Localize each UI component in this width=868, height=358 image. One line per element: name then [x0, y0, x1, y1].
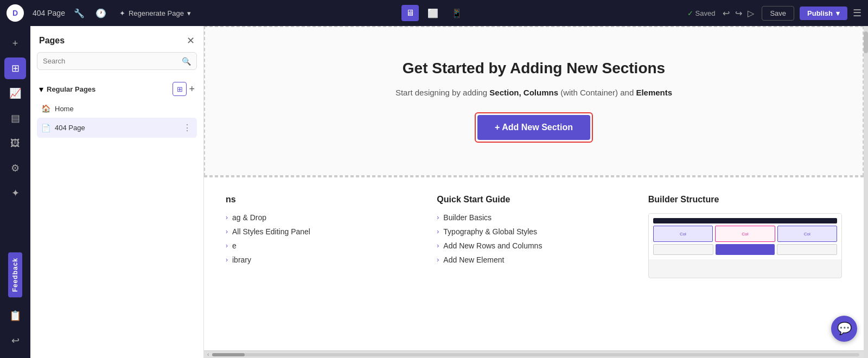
topbar-right: ✓ Saved ↩ ↪ ▷ Save Publish ▾ ☰	[687, 6, 861, 21]
notes-icon[interactable]: 📋	[4, 305, 26, 327]
check-icon: ✓	[687, 9, 693, 17]
qs-col-1: ns › ag & Drop › All Styles Editing Pane…	[226, 195, 419, 278]
list-item[interactable]: › Add New Element	[437, 255, 630, 264]
tablet-btn[interactable]: ⬜	[423, 5, 443, 22]
logo: D	[7, 4, 24, 22]
bottom-scrollbar: ‹	[204, 350, 864, 358]
save-button[interactable]: Save	[762, 6, 794, 21]
chevron-icon: ›	[437, 242, 439, 250]
ai-icon[interactable]: ✦	[4, 182, 26, 204]
regen-chevron-icon: ▾	[187, 9, 191, 17]
list-item[interactable]: › e	[226, 241, 419, 250]
analytics-icon[interactable]: 📈	[4, 82, 26, 104]
qs-item-label: Typography & Global Styles	[443, 227, 537, 236]
list-item[interactable]: › All Styles Editing Panel	[226, 227, 419, 236]
canvas-area: Get Started by Adding New Sections Start…	[204, 26, 864, 358]
add-new-section-button[interactable]: + Add New Section	[477, 115, 590, 140]
chevron-icon: ›	[437, 256, 439, 264]
page-name: 404 Page	[33, 9, 65, 17]
pages-section-header: ▾ Regular Pages ⊞ +	[37, 79, 197, 99]
list-item[interactable]: › Typography & Global Styles	[437, 227, 630, 236]
section-label: Regular Pages	[47, 85, 95, 93]
right-scrollbar	[864, 26, 868, 358]
pages-header: Pages ✕	[30, 26, 203, 52]
qs-item-label: All Styles Editing Panel	[232, 227, 310, 236]
feedback-tab[interactable]: Feedback	[8, 252, 22, 297]
media-icon[interactable]: 🖼	[4, 132, 26, 154]
chevron-icon: ›	[437, 228, 439, 235]
page-move-icon[interactable]: ⊞	[173, 82, 187, 96]
wrench-icon[interactable]: 🔧	[72, 6, 87, 21]
add-section-area: Get Started by Adding New Sections Start…	[204, 26, 864, 176]
more-icon[interactable]: ⋮	[182, 122, 193, 134]
qs-item-label: ag & Drop	[232, 213, 266, 222]
redo-btn[interactable]: ↪	[733, 6, 744, 21]
chevron-icon: ›	[226, 242, 228, 250]
list-item[interactable]: › ag & Drop	[226, 213, 419, 222]
bottom-scroll-track	[212, 353, 859, 356]
pages-section: ▾ Regular Pages ⊞ + 🏠 Home 📄 404 Page ⋮	[30, 76, 203, 141]
search-icon[interactable]: 🔍	[176, 54, 196, 69]
quickstart-section: ns › ag & Drop › All Styles Editing Pane…	[204, 176, 864, 296]
qs-col-2: Quick Start Guide › Builder Basics › Typ…	[437, 195, 630, 278]
pages-icon[interactable]: ⊞	[4, 57, 26, 79]
mobile-btn[interactable]: 📱	[447, 5, 467, 22]
undo-btn[interactable]: ↩	[720, 6, 732, 21]
topbar: D 404 Page 🔧 🕐 ✦ Regenerate Page ▾ 🖥 ⬜ 📱…	[0, 0, 868, 26]
qs-item-label: Builder Basics	[443, 213, 492, 222]
chevron-icon: ›	[226, 214, 228, 221]
builder-preview: Col Col Col	[648, 213, 842, 278]
list-item[interactable]: › Add New Rows and Columns	[437, 241, 630, 250]
qs-item-label: ibrary	[232, 255, 251, 264]
menu-icon[interactable]: ☰	[853, 7, 861, 19]
logo-text: D	[12, 9, 18, 17]
close-icon[interactable]: ✕	[187, 35, 195, 47]
saved-status: ✓ Saved	[687, 9, 716, 17]
bottom-scroll-thumb	[212, 353, 245, 356]
page-name-home: Home	[55, 105, 193, 113]
add-section-heading: Get Started by Adding New Sections	[216, 60, 852, 77]
page-icon: 📄	[41, 124, 50, 132]
page-add-icon[interactable]: +	[189, 82, 195, 96]
qs-col1-title: ns	[226, 195, 419, 204]
rotate-icon[interactable]: ↩	[4, 330, 26, 351]
desktop-btn[interactable]: 🖥	[401, 5, 419, 21]
list-item[interactable]: › ibrary	[226, 255, 419, 264]
canvas-scroll[interactable]: Get Started by Adding New Sections Start…	[204, 26, 864, 350]
settings-icon[interactable]: ⚙	[4, 157, 26, 179]
add-section-btn-wrapper: + Add New Section	[475, 112, 593, 143]
page-name-404: 404 Page	[55, 124, 177, 132]
history-icon[interactable]: 🕐	[93, 6, 108, 21]
publish-button[interactable]: Publish ▾	[800, 7, 847, 20]
section-toggle[interactable]: ▾ Regular Pages	[39, 84, 95, 94]
preview-btn[interactable]: ▷	[745, 6, 756, 21]
chevron-icon: ›	[226, 256, 228, 264]
regen-icon: ✦	[119, 9, 125, 17]
list-item[interactable]: › Builder Basics	[437, 213, 630, 222]
right-scrollbar-thumb	[864, 31, 868, 53]
chevron-icon: ›	[226, 228, 228, 235]
pages-title: Pages	[39, 36, 65, 46]
add-section-subtext: Start designing by adding Section, Colum…	[216, 88, 852, 97]
chat-button[interactable]: 💬	[831, 316, 857, 342]
canvas-inner: Get Started by Adding New Sections Start…	[204, 26, 864, 350]
section-actions: ⊞ +	[173, 82, 195, 96]
publish-chevron-icon: ▾	[836, 9, 840, 17]
home-icon: 🏠	[41, 104, 50, 113]
chevron-icon: ›	[437, 214, 439, 221]
list-item[interactable]: 📄 404 Page ⋮	[37, 118, 197, 138]
add-icon[interactable]: +	[4, 33, 26, 54]
regen-label: Regenerate Page	[129, 9, 184, 17]
qs-col-3: Builder Structure Col Col Col	[648, 195, 842, 278]
search-input[interactable]	[37, 53, 176, 69]
scroll-left-icon[interactable]: ‹	[206, 350, 210, 358]
device-switcher: 🖥 ⬜ 📱	[401, 5, 467, 22]
main-layout: + ⊞ 📈 ▤ 🖼 ⚙ ✦ Feedback 📋 ↩ Pages ✕ 🔍 ▾ R…	[0, 26, 868, 358]
list-item[interactable]: 🏠 Home	[37, 100, 197, 117]
regenerate-page-btn[interactable]: ✦ Regenerate Page ▾	[115, 7, 195, 20]
layers-icon[interactable]: ▤	[4, 107, 26, 129]
qs-item-label: Add New Element	[443, 255, 504, 264]
icon-sidebar: + ⊞ 📈 ▤ 🖼 ⚙ ✦ Feedback 📋 ↩	[0, 26, 30, 358]
saved-label: Saved	[695, 9, 716, 17]
qs-item-label: e	[232, 241, 237, 250]
